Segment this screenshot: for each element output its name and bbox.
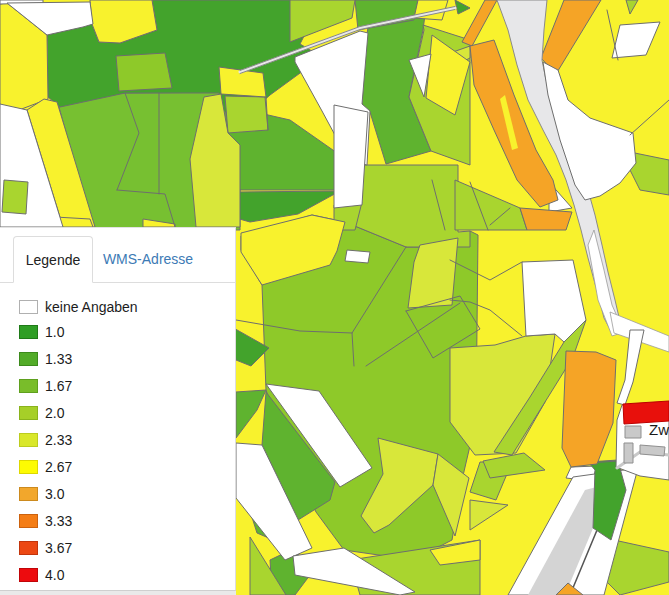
svg-text:Zw: Zw <box>649 421 669 438</box>
